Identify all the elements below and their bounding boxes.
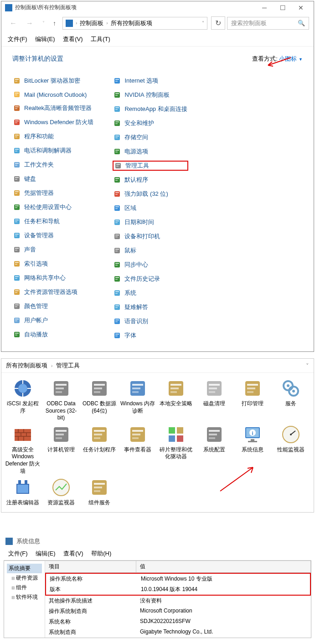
tool-advfirewall[interactable]: 高级安全 Windows Defender 防火墙	[5, 424, 41, 475]
cp-item-color[interactable]: 颜色管理	[12, 301, 94, 311]
tool-memdiag[interactable]: Windows 内存诊断	[120, 378, 155, 422]
cp-item-bitlocker[interactable]: BitLocker 驱动器加密	[12, 76, 94, 86]
cp-item-sync[interactable]: 同步中心	[113, 260, 188, 270]
cp-item-remoteapp[interactable]: RemoteApp 和桌面连接	[113, 104, 188, 114]
cp-item-indexing[interactable]: 索引选项	[12, 259, 94, 269]
cp-item-nvidia[interactable]: NVIDIA 控制面板	[113, 90, 188, 100]
cp-item-sound[interactable]: 声音	[12, 245, 94, 255]
tree-hardware[interactable]: ⊞硬件资源	[7, 573, 42, 583]
svg-rect-35	[15, 236, 17, 236]
table-row[interactable]: 系统制造商Gigabyte Technology Co., Ltd.	[45, 627, 311, 638]
tool-sysinfo[interactable]: i系统信息	[235, 424, 270, 475]
cp-item-fonts[interactable]: 字体	[113, 330, 188, 340]
view-by-selector[interactable]: 查看方式: 小图标 ▼	[252, 55, 303, 63]
tool-label: 碎片整理和优化驱动器	[158, 446, 194, 461]
back-button[interactable]: ←	[6, 17, 21, 29]
cp-item-explorer[interactable]: 文件资源管理器选项	[12, 287, 94, 297]
refresh-button[interactable]: ↻	[211, 16, 225, 30]
tree-software[interactable]: ⊞软件环境	[7, 592, 42, 602]
tool-diskcleanup[interactable]: 磁盘清理	[196, 378, 232, 422]
svg-rect-135	[209, 391, 215, 393]
table-row[interactable]: 操作系统制造商Microsoft Corporation	[45, 606, 311, 617]
cp-item-internet[interactable]: Internet 选项	[113, 76, 188, 86]
table-row[interactable]: 操作系统名称Microsoft Windows 10 专业版	[46, 574, 310, 584]
search-box[interactable]: 搜索控制面板 🔍	[227, 17, 309, 30]
breadcrumb[interactable]: › 控制面板 › 所有控制面板项 ˅	[62, 17, 207, 30]
cp-item-defaults[interactable]: 默认程序	[113, 175, 188, 185]
tool-printmgmt[interactable]: 打印管理	[235, 378, 270, 422]
breadcrumb-part-1[interactable]: 控制面板	[80, 19, 103, 27]
cp-item-users[interactable]: 用户帐户	[12, 315, 94, 325]
tool-localsec[interactable]: 本地安全策略	[158, 378, 194, 422]
cp-item-keyboard[interactable]: 键盘	[12, 174, 94, 184]
cp-item-speech[interactable]: 语音识别	[113, 316, 188, 326]
table-row[interactable]: 其他操作系统描述没有资料	[45, 596, 311, 606]
cp-item-ease[interactable]: 轻松使用设置中心	[12, 202, 94, 212]
table-row[interactable]: 系统名称SDJK20220216SFW	[45, 617, 311, 627]
menu-view[interactable]: 查看(V)	[63, 36, 83, 42]
cp-item-forceuninstall[interactable]: 强力卸载 (32 位)	[113, 189, 188, 199]
history-dropdown[interactable]: ˅	[39, 19, 48, 27]
cp-item-system[interactable]: 系统	[113, 288, 188, 298]
si-menu-file[interactable]: 文件(F)	[8, 550, 28, 557]
cp-item-taskbar[interactable]: 任务栏和导航	[12, 216, 94, 226]
tool-defrag[interactable]: 碎片整理和优化驱动器	[158, 424, 194, 475]
tool-tasksched[interactable]: 任务计划程序	[82, 424, 117, 475]
cp-item-mouse[interactable]: 鼠标	[113, 246, 188, 256]
cp-item-phone[interactable]: 电话和调制解调器	[12, 146, 94, 156]
bitlocker-icon	[13, 77, 21, 84]
tool-services[interactable]: 服务	[273, 378, 309, 422]
tool-compmgmt[interactable]: 计算机管理	[43, 424, 79, 475]
cp-item-security[interactable]: 安全和维护	[113, 118, 188, 128]
maximize-button[interactable]: ☐	[274, 4, 292, 11]
cp-item-mail[interactable]: Mail (Microsoft Outlook)	[12, 90, 94, 99]
tool-resmon[interactable]: 资源监视器	[43, 477, 79, 507]
cp-item-admintools[interactable]: 管理工具	[113, 161, 188, 171]
cp-item-devmgr[interactable]: 设备管理器	[12, 230, 94, 241]
tool-perfmon[interactable]: 性能监视器	[273, 424, 309, 475]
up-button[interactable]: ↑	[50, 18, 59, 29]
chevron-down-icon[interactable]: ˅	[202, 21, 204, 26]
tool-odbc64[interactable]: ODBC 数据源(64位)	[82, 378, 117, 422]
cp-item-power[interactable]: 电源选项	[113, 147, 188, 157]
tool-iscsi[interactable]: iSCSI 发起程序	[5, 378, 41, 422]
menu-edit[interactable]: 编辑(E)	[35, 36, 55, 42]
cp-item-region[interactable]: 区域	[113, 203, 188, 213]
tool-odbc32[interactable]: ODBC Data Sources (32-bit)	[43, 378, 79, 422]
tool-label: 系统配置	[196, 446, 232, 454]
cp-item-credmgr[interactable]: 凭据管理器	[12, 188, 94, 198]
menu-tools[interactable]: 工具(T)	[91, 36, 110, 42]
minimize-button[interactable]: ─	[255, 4, 274, 11]
cp-item-network[interactable]: 网络和共享中心	[12, 273, 94, 283]
forward-button[interactable]: →	[22, 17, 37, 29]
tool-compsvc[interactable]: 组件服务	[82, 477, 117, 507]
table-row[interactable]: 版本10.0.19044 版本 19044	[46, 584, 310, 595]
si-menu-view[interactable]: 查看(V)	[63, 550, 83, 557]
breadcrumb2-part-2[interactable]: 管理工具	[56, 361, 80, 370]
viewby-value[interactable]: 小图标	[279, 55, 297, 62]
hdr-value[interactable]: 值	[136, 561, 311, 572]
cp-item-troubleshoot[interactable]: 疑难解答	[113, 302, 188, 312]
tool-eventvwr[interactable]: 事件查看器	[120, 424, 155, 475]
cp-item-filehistory[interactable]: 文件历史记录	[113, 274, 188, 284]
tool-msconfig[interactable]: 系统配置	[196, 424, 232, 475]
cp-item-realtek[interactable]: Realtek高清晰音频管理器	[12, 103, 94, 113]
breadcrumb2-part-1[interactable]: 所有控制面板项	[6, 361, 47, 370]
cp-item-autoplay[interactable]: 自动播放	[12, 330, 94, 340]
cp-item-devprint[interactable]: 设备和打印机	[113, 231, 188, 241]
close-button[interactable]: ✕	[292, 4, 310, 11]
cp-item-programs[interactable]: 程序和功能	[12, 131, 94, 141]
hdr-item[interactable]: 项目	[45, 561, 136, 572]
cp-item-workfolders[interactable]: 工作文件夹	[12, 160, 94, 170]
tool-regedit[interactable]: 注册表编辑器	[5, 477, 41, 507]
si-menu-help[interactable]: 帮助(H)	[91, 550, 111, 557]
tree-root[interactable]: 系统摘要	[7, 564, 42, 573]
cp-item-defender[interactable]: Windows Defender 防火墙	[12, 117, 94, 127]
breadcrumb-part-2[interactable]: 所有控制面板项	[111, 19, 152, 27]
tree-components[interactable]: ⊞组件	[7, 583, 42, 592]
expand-button[interactable]: ˅	[306, 362, 309, 369]
menu-file[interactable]: 文件(F)	[8, 36, 27, 42]
cp-item-datetime[interactable]: 日期和时间	[113, 217, 188, 227]
cp-item-storage[interactable]: 存储空间	[113, 132, 188, 142]
si-menu-edit[interactable]: 编辑(E)	[36, 550, 55, 557]
